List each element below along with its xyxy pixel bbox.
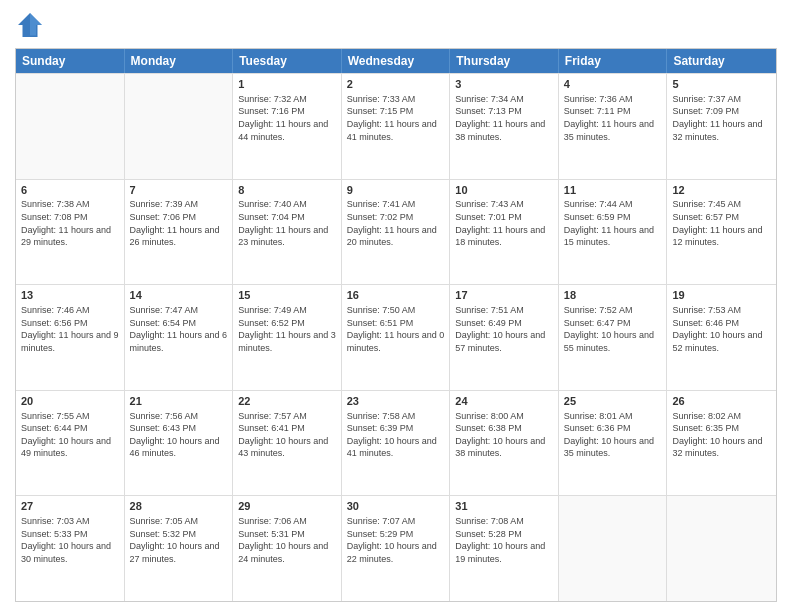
cal-cell-7: 7Sunrise: 7:39 AM Sunset: 7:06 PM Daylig… (125, 180, 234, 285)
day-number: 15 (238, 288, 336, 303)
header-day-friday: Friday (559, 49, 668, 73)
cell-info: Sunrise: 7:53 AM Sunset: 6:46 PM Dayligh… (672, 304, 771, 354)
day-number: 20 (21, 394, 119, 409)
cell-info: Sunrise: 8:01 AM Sunset: 6:36 PM Dayligh… (564, 410, 662, 460)
cell-info: Sunrise: 7:43 AM Sunset: 7:01 PM Dayligh… (455, 198, 553, 248)
cell-info: Sunrise: 7:03 AM Sunset: 5:33 PM Dayligh… (21, 515, 119, 565)
cal-cell-25: 25Sunrise: 8:01 AM Sunset: 6:36 PM Dayli… (559, 391, 668, 496)
cell-info: Sunrise: 7:36 AM Sunset: 7:11 PM Dayligh… (564, 93, 662, 143)
header-day-saturday: Saturday (667, 49, 776, 73)
calendar: SundayMondayTuesdayWednesdayThursdayFrid… (15, 48, 777, 602)
day-number: 1 (238, 77, 336, 92)
cell-info: Sunrise: 7:44 AM Sunset: 6:59 PM Dayligh… (564, 198, 662, 248)
header-day-monday: Monday (125, 49, 234, 73)
cal-cell-17: 17Sunrise: 7:51 AM Sunset: 6:49 PM Dayli… (450, 285, 559, 390)
day-number: 2 (347, 77, 445, 92)
day-number: 9 (347, 183, 445, 198)
cal-row-4: 27Sunrise: 7:03 AM Sunset: 5:33 PM Dayli… (16, 495, 776, 601)
cal-cell-4: 4Sunrise: 7:36 AM Sunset: 7:11 PM Daylig… (559, 74, 668, 179)
day-number: 28 (130, 499, 228, 514)
cell-info: Sunrise: 7:58 AM Sunset: 6:39 PM Dayligh… (347, 410, 445, 460)
cell-info: Sunrise: 7:57 AM Sunset: 6:41 PM Dayligh… (238, 410, 336, 460)
day-number: 6 (21, 183, 119, 198)
cal-cell-10: 10Sunrise: 7:43 AM Sunset: 7:01 PM Dayli… (450, 180, 559, 285)
cell-info: Sunrise: 7:40 AM Sunset: 7:04 PM Dayligh… (238, 198, 336, 248)
cell-info: Sunrise: 7:07 AM Sunset: 5:29 PM Dayligh… (347, 515, 445, 565)
day-number: 29 (238, 499, 336, 514)
cell-info: Sunrise: 7:49 AM Sunset: 6:52 PM Dayligh… (238, 304, 336, 354)
logo-icon (15, 10, 45, 40)
cal-cell-empty-4-5 (559, 496, 668, 601)
cal-cell-23: 23Sunrise: 7:58 AM Sunset: 6:39 PM Dayli… (342, 391, 451, 496)
cal-cell-22: 22Sunrise: 7:57 AM Sunset: 6:41 PM Dayli… (233, 391, 342, 496)
cell-info: Sunrise: 7:47 AM Sunset: 6:54 PM Dayligh… (130, 304, 228, 354)
day-number: 5 (672, 77, 771, 92)
cell-info: Sunrise: 7:51 AM Sunset: 6:49 PM Dayligh… (455, 304, 553, 354)
svg-marker-1 (30, 13, 42, 36)
calendar-body: 1Sunrise: 7:32 AM Sunset: 7:16 PM Daylig… (16, 73, 776, 601)
cell-info: Sunrise: 8:02 AM Sunset: 6:35 PM Dayligh… (672, 410, 771, 460)
day-number: 30 (347, 499, 445, 514)
calendar-header: SundayMondayTuesdayWednesdayThursdayFrid… (16, 49, 776, 73)
header-day-thursday: Thursday (450, 49, 559, 73)
cal-row-2: 13Sunrise: 7:46 AM Sunset: 6:56 PM Dayli… (16, 284, 776, 390)
cal-cell-15: 15Sunrise: 7:49 AM Sunset: 6:52 PM Dayli… (233, 285, 342, 390)
cell-info: Sunrise: 7:08 AM Sunset: 5:28 PM Dayligh… (455, 515, 553, 565)
day-number: 19 (672, 288, 771, 303)
cell-info: Sunrise: 7:37 AM Sunset: 7:09 PM Dayligh… (672, 93, 771, 143)
cell-info: Sunrise: 7:46 AM Sunset: 6:56 PM Dayligh… (21, 304, 119, 354)
day-number: 13 (21, 288, 119, 303)
day-number: 24 (455, 394, 553, 409)
day-number: 11 (564, 183, 662, 198)
cal-cell-8: 8Sunrise: 7:40 AM Sunset: 7:04 PM Daylig… (233, 180, 342, 285)
cell-info: Sunrise: 7:32 AM Sunset: 7:16 PM Dayligh… (238, 93, 336, 143)
header-day-wednesday: Wednesday (342, 49, 451, 73)
cell-info: Sunrise: 7:45 AM Sunset: 6:57 PM Dayligh… (672, 198, 771, 248)
day-number: 22 (238, 394, 336, 409)
day-number: 16 (347, 288, 445, 303)
cell-info: Sunrise: 8:00 AM Sunset: 6:38 PM Dayligh… (455, 410, 553, 460)
day-number: 12 (672, 183, 771, 198)
cal-cell-9: 9Sunrise: 7:41 AM Sunset: 7:02 PM Daylig… (342, 180, 451, 285)
cal-row-3: 20Sunrise: 7:55 AM Sunset: 6:44 PM Dayli… (16, 390, 776, 496)
day-number: 27 (21, 499, 119, 514)
cal-row-1: 6Sunrise: 7:38 AM Sunset: 7:08 PM Daylig… (16, 179, 776, 285)
cal-cell-26: 26Sunrise: 8:02 AM Sunset: 6:35 PM Dayli… (667, 391, 776, 496)
header-day-tuesday: Tuesday (233, 49, 342, 73)
cell-info: Sunrise: 7:38 AM Sunset: 7:08 PM Dayligh… (21, 198, 119, 248)
logo (15, 10, 49, 40)
cal-cell-28: 28Sunrise: 7:05 AM Sunset: 5:32 PM Dayli… (125, 496, 234, 601)
cell-info: Sunrise: 7:06 AM Sunset: 5:31 PM Dayligh… (238, 515, 336, 565)
cell-info: Sunrise: 7:41 AM Sunset: 7:02 PM Dayligh… (347, 198, 445, 248)
day-number: 10 (455, 183, 553, 198)
day-number: 18 (564, 288, 662, 303)
cal-cell-11: 11Sunrise: 7:44 AM Sunset: 6:59 PM Dayli… (559, 180, 668, 285)
day-number: 8 (238, 183, 336, 198)
cal-cell-13: 13Sunrise: 7:46 AM Sunset: 6:56 PM Dayli… (16, 285, 125, 390)
day-number: 31 (455, 499, 553, 514)
cal-cell-31: 31Sunrise: 7:08 AM Sunset: 5:28 PM Dayli… (450, 496, 559, 601)
cal-cell-2: 2Sunrise: 7:33 AM Sunset: 7:15 PM Daylig… (342, 74, 451, 179)
cal-cell-20: 20Sunrise: 7:55 AM Sunset: 6:44 PM Dayli… (16, 391, 125, 496)
cal-cell-empty-0-0 (16, 74, 125, 179)
cell-info: Sunrise: 7:50 AM Sunset: 6:51 PM Dayligh… (347, 304, 445, 354)
cell-info: Sunrise: 7:52 AM Sunset: 6:47 PM Dayligh… (564, 304, 662, 354)
cell-info: Sunrise: 7:34 AM Sunset: 7:13 PM Dayligh… (455, 93, 553, 143)
cal-cell-16: 16Sunrise: 7:50 AM Sunset: 6:51 PM Dayli… (342, 285, 451, 390)
cell-info: Sunrise: 7:39 AM Sunset: 7:06 PM Dayligh… (130, 198, 228, 248)
cal-cell-empty-0-1 (125, 74, 234, 179)
cal-cell-30: 30Sunrise: 7:07 AM Sunset: 5:29 PM Dayli… (342, 496, 451, 601)
day-number: 17 (455, 288, 553, 303)
cal-cell-19: 19Sunrise: 7:53 AM Sunset: 6:46 PM Dayli… (667, 285, 776, 390)
day-number: 21 (130, 394, 228, 409)
day-number: 14 (130, 288, 228, 303)
cell-info: Sunrise: 7:56 AM Sunset: 6:43 PM Dayligh… (130, 410, 228, 460)
day-number: 4 (564, 77, 662, 92)
cal-cell-5: 5Sunrise: 7:37 AM Sunset: 7:09 PM Daylig… (667, 74, 776, 179)
page: SundayMondayTuesdayWednesdayThursdayFrid… (0, 0, 792, 612)
day-number: 25 (564, 394, 662, 409)
cal-cell-1: 1Sunrise: 7:32 AM Sunset: 7:16 PM Daylig… (233, 74, 342, 179)
cal-cell-6: 6Sunrise: 7:38 AM Sunset: 7:08 PM Daylig… (16, 180, 125, 285)
cell-info: Sunrise: 7:55 AM Sunset: 6:44 PM Dayligh… (21, 410, 119, 460)
day-number: 23 (347, 394, 445, 409)
